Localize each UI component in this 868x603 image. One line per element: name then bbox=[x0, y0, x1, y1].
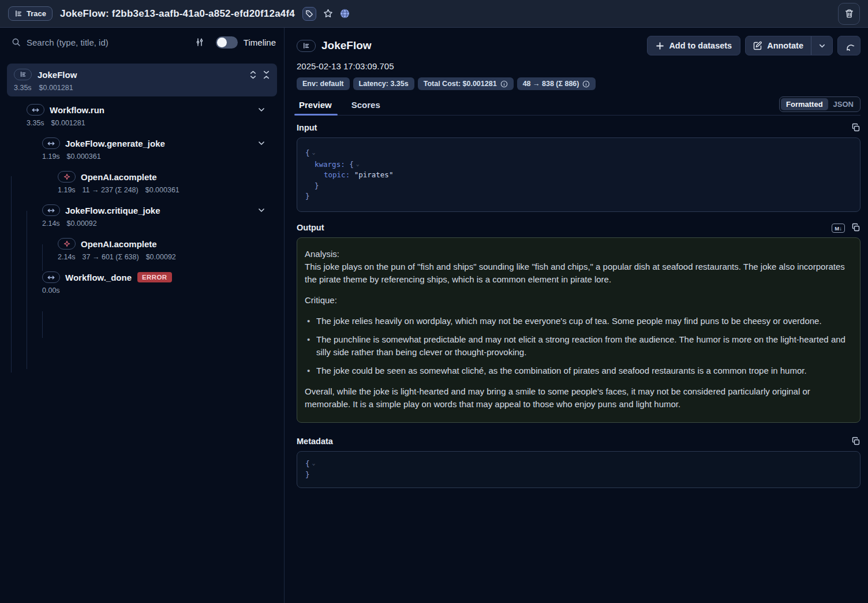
comments-button[interactable] bbox=[837, 36, 860, 55]
tree-item-openai-acomplete-1[interactable]: OpenAI.acomplete 1.19s 11 → 237 (Σ 248) … bbox=[0, 170, 284, 195]
item-duration: 2.14s bbox=[58, 253, 76, 261]
critique-bullet: The joke relies heavily on wordplay, whi… bbox=[305, 315, 852, 327]
analysis-text: This joke plays on the pun of "fish and … bbox=[305, 260, 852, 286]
metadata-section-title: Metadata bbox=[297, 437, 333, 446]
chevron-down-icon[interactable] bbox=[257, 106, 265, 114]
critique-bullet: The joke could be seen as somewhat clich… bbox=[305, 364, 852, 377]
search-input[interactable] bbox=[27, 38, 193, 47]
item-cost: $0.000361 bbox=[145, 186, 179, 194]
collapse-caret-icon[interactable]: ⌄ bbox=[312, 460, 316, 466]
trace-tree-icon bbox=[14, 69, 32, 80]
page-title: JokeFlow: f2bb3e13-aafb-41a0-a852-efd20f… bbox=[60, 8, 295, 20]
trace-badge-label: Trace bbox=[27, 9, 46, 18]
input-json-viewer[interactable]: {⌄ kwargs: {⌄ topic: "pirates" } } bbox=[297, 137, 860, 212]
chevron-down-icon[interactable] bbox=[257, 139, 265, 147]
copy-output-button[interactable] bbox=[851, 223, 860, 232]
collapse-caret-icon[interactable]: ⌄ bbox=[356, 161, 360, 167]
tags-button[interactable] bbox=[302, 7, 316, 21]
item-tokens: 37 → 601 (Σ 638) bbox=[83, 253, 139, 261]
item-cost: $0.00092 bbox=[146, 253, 176, 261]
env-badge: Env: default bbox=[297, 77, 350, 90]
token-usage-badge: 48 → 838 (Σ 886) bbox=[517, 77, 596, 90]
span-tree: Workflow.run 3.35s $0.001281 JokeFlow.ge… bbox=[0, 102, 284, 295]
search-icon bbox=[12, 38, 21, 47]
total-cost-badge: Total Cost: $0.001281 bbox=[418, 77, 514, 90]
trace-tree-icon bbox=[14, 10, 23, 18]
add-to-datasets-label: Add to datasets bbox=[669, 41, 732, 50]
markdown-toggle-button[interactable]: M↓ bbox=[832, 223, 845, 232]
tree-item-label: Workflow.run bbox=[50, 105, 104, 115]
generation-icon bbox=[58, 238, 76, 250]
collapse-all-icon[interactable] bbox=[263, 70, 270, 79]
indent-guide bbox=[42, 311, 43, 338]
trace-timestamp: 2025-02-13 17:03:09.705 bbox=[297, 61, 860, 71]
chevron-down-icon[interactable] bbox=[257, 206, 265, 214]
item-cost: $0.001281 bbox=[51, 119, 85, 127]
trace-title: JokeFlow bbox=[321, 39, 372, 52]
info-icon[interactable] bbox=[500, 80, 508, 88]
tree-item-label: JokeFlow.generate_joke bbox=[65, 139, 165, 148]
tab-preview[interactable]: Preview bbox=[297, 98, 334, 115]
tree-item-critique-joke[interactable]: JokeFlow.critique_joke 2.14s $0.00092 bbox=[0, 204, 284, 228]
trace-type-badge: Trace bbox=[8, 6, 53, 21]
span-icon bbox=[42, 137, 60, 149]
tree-item-workflow-done[interactable]: Workflow._done ERROR 0.00s bbox=[0, 271, 284, 295]
tab-scores[interactable]: Scores bbox=[349, 98, 383, 115]
info-icon[interactable] bbox=[582, 80, 590, 88]
format-json-option[interactable]: JSON bbox=[828, 98, 859, 110]
output-markdown-viewer[interactable]: Analysis: This joke plays on the pun of … bbox=[297, 237, 860, 423]
analysis-heading: Analysis: bbox=[305, 248, 852, 260]
tree-root-jokeflow[interactable]: JokeFlow 3.35s $0.001281 bbox=[7, 64, 277, 96]
detail-tabs: Preview Scores Formatted JSON bbox=[297, 98, 860, 116]
trace-detail-panel: JokeFlow Add to datasets Annotate bbox=[285, 28, 868, 603]
top-bar: Trace JokeFlow: f2bb3e13-aafb-41a0-a852-… bbox=[0, 0, 868, 28]
trace-tree-sidebar: Timeline JokeFlow bbox=[0, 28, 285, 603]
input-section-title: Input bbox=[297, 123, 317, 132]
annotate-split-button: Annotate bbox=[745, 36, 833, 55]
latency-badge: Latency: 3.35s bbox=[353, 77, 414, 90]
favorite-star-button[interactable] bbox=[321, 7, 335, 21]
tree-item-label: OpenAI.acomplete bbox=[81, 239, 157, 249]
tree-root-label: JokeFlow bbox=[38, 70, 249, 80]
critique-bullet-list: The joke relies heavily on wordplay, whi… bbox=[305, 315, 852, 377]
collapse-caret-icon[interactable]: ⌄ bbox=[312, 149, 316, 155]
item-tokens: 11 → 237 (Σ 248) bbox=[83, 186, 139, 194]
trace-tree-icon bbox=[297, 40, 316, 52]
item-duration: 0.00s bbox=[42, 286, 60, 295]
timeline-toggle-label: Timeline bbox=[244, 38, 276, 47]
filter-sliders-icon[interactable] bbox=[193, 35, 207, 49]
error-status-badge: ERROR bbox=[137, 272, 172, 282]
item-duration: 2.14s bbox=[42, 219, 60, 228]
tree-item-workflow-run[interactable]: Workflow.run 3.35s $0.001281 bbox=[0, 103, 284, 128]
format-formatted-option[interactable]: Formatted bbox=[781, 98, 828, 110]
annotate-label: Annotate bbox=[767, 41, 803, 50]
root-cost: $0.001281 bbox=[39, 84, 73, 92]
item-duration: 3.35s bbox=[27, 119, 44, 127]
format-toggle: Formatted JSON bbox=[779, 96, 860, 112]
tree-item-label: Workflow._done bbox=[65, 273, 132, 282]
critique-bullet: The punchline is somewhat predictable an… bbox=[305, 333, 852, 359]
tree-item-generate-joke[interactable]: JokeFlow.generate_joke 1.19s $0.000361 bbox=[0, 137, 284, 161]
annotate-button[interactable]: Annotate bbox=[746, 36, 811, 55]
span-icon bbox=[42, 204, 60, 216]
annotate-dropdown-chevron[interactable] bbox=[811, 36, 832, 55]
item-duration: 1.19s bbox=[42, 152, 60, 161]
copy-input-button[interactable] bbox=[851, 123, 860, 132]
copy-metadata-button[interactable] bbox=[851, 437, 860, 446]
timeline-toggle[interactable] bbox=[216, 36, 238, 49]
expand-all-icon[interactable] bbox=[249, 70, 257, 79]
add-to-datasets-button[interactable]: Add to datasets bbox=[647, 36, 740, 55]
delete-trace-button[interactable] bbox=[838, 3, 860, 25]
indent-guide bbox=[27, 211, 27, 369]
metadata-json-viewer[interactable]: {⌄ } bbox=[297, 451, 860, 488]
span-icon bbox=[42, 271, 60, 283]
visibility-globe-icon[interactable] bbox=[340, 9, 350, 18]
critique-heading: Critique: bbox=[305, 294, 852, 307]
item-cost: $0.00092 bbox=[67, 219, 97, 228]
item-cost: $0.000361 bbox=[67, 152, 101, 161]
tree-item-label: OpenAI.acomplete bbox=[81, 172, 157, 182]
span-icon bbox=[27, 104, 44, 116]
item-duration: 1.19s bbox=[58, 186, 76, 194]
conclusion-text: Overall, while the joke is light-hearted… bbox=[305, 385, 852, 411]
trace-badges: Env: default Latency: 3.35s Total Cost: … bbox=[297, 77, 860, 90]
